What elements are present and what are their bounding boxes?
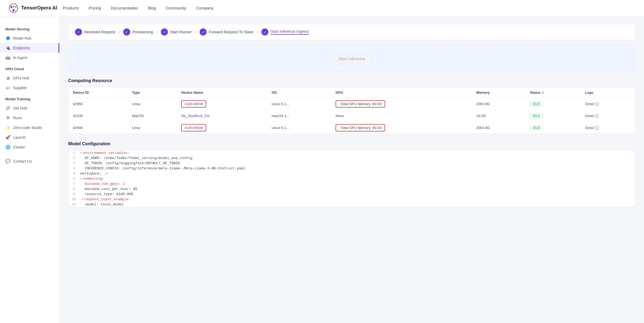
- line-number: 5: [69, 172, 78, 176]
- gpu-value: , Total GPU Memory: 80.0G: [336, 124, 385, 131]
- model-config-code-block: 1▼environment_variables:2 HF_HOME: /home…: [68, 150, 635, 207]
- logo-icon: [9, 3, 18, 13]
- gpu-value: None: [336, 114, 344, 118]
- nav-company[interactable]: Company: [196, 6, 213, 10]
- code-key: minimum_num_gpus:: [85, 182, 121, 186]
- device-name-link[interactable]: A100-80GB: [181, 100, 206, 108]
- model-hub-icon: 🔷: [5, 36, 10, 41]
- device-name-link[interactable]: My_MacBook_Pro: [181, 114, 210, 118]
- code-number: 1: [123, 182, 125, 186]
- detail-link[interactable]: Detail i: [585, 126, 631, 130]
- sidebar-label-job-hub: Job Hub: [13, 106, 27, 110]
- cell-logs[interactable]: Detail i: [581, 122, 635, 134]
- cell-type: Linux: [128, 98, 177, 110]
- code-key: computing:: [83, 177, 104, 181]
- sidebar-item-cluster[interactable]: 🌐 Cluster: [0, 142, 59, 152]
- code-line: 9 resource_type: A100-80G: [69, 192, 635, 197]
- detail-link[interactable]: Detail i: [585, 102, 631, 106]
- cell-status: IDLE: [525, 122, 581, 134]
- collapse-arrow[interactable]: ▼: [82, 198, 83, 201]
- cell-os: Linux-5.1...: [267, 122, 331, 134]
- code-line: 5workspace: ./: [69, 171, 635, 176]
- computing-resource-title: Computing Resource: [68, 78, 635, 83]
- cell-logs[interactable]: Detail i: [581, 98, 635, 110]
- sidebar-item-launch[interactable]: 🚀 Launch: [0, 133, 59, 142]
- table-header-row: Device ID Type Device Name OS GPU Memory…: [69, 87, 635, 98]
- svg-point-1: [10, 6, 12, 8]
- ai-agent-icon: 🤖: [5, 55, 10, 60]
- line-number: 7: [69, 182, 78, 186]
- sidebar-item-ai-agent[interactable]: 🤖 AI Agent: [0, 53, 59, 63]
- start-inference-button[interactable]: Start Inference: [331, 53, 373, 64]
- line-number: 1: [69, 151, 78, 155]
- line-content: HF_TOKEN: config/huggingface/DEFAULT_HF_…: [78, 161, 182, 165]
- collapse-arrow[interactable]: ▼: [80, 152, 82, 155]
- cell-logs[interactable]: Detail i: [581, 110, 635, 122]
- detail-link[interactable]: Detail i: [585, 114, 631, 118]
- sidebar-label-contact: Contact Us: [13, 159, 32, 163]
- cell-device-name: My_MacBook_Pro: [177, 110, 267, 122]
- sidebar-item-zero-code[interactable]: ✨ Zero-code Studio: [0, 123, 59, 133]
- svg-point-4: [13, 6, 14, 7]
- table-row: 31239 MacOS My_MacBook_Pro macOS-1... No…: [69, 110, 635, 122]
- sidebar-label-endpoints: Endpoints: [13, 46, 30, 50]
- line-number: 4: [69, 166, 78, 170]
- nav-pricing[interactable]: Pricing: [89, 6, 101, 10]
- nav-products[interactable]: Products: [63, 6, 79, 10]
- device-name-link[interactable]: A100-80GB: [181, 124, 206, 131]
- line-content: HF_HOME: /home/fedml/fedml_serving/model…: [78, 156, 194, 160]
- sidebar-label-runs: Runs: [13, 116, 22, 120]
- model-config-title: Model Configuration: [68, 141, 635, 146]
- collapse-arrow[interactable]: ▼: [80, 177, 82, 180]
- line-number: 6: [69, 177, 78, 181]
- sidebar-item-job-hub[interactable]: 🔗 Job Hub: [0, 103, 59, 113]
- col-type: Type: [128, 87, 177, 98]
- main-content: ✓ Received Request › ✓ Provisioning › ✓ …: [60, 16, 644, 323]
- cell-os: Linux-5.1...: [267, 98, 331, 110]
- line-number: 11: [69, 202, 79, 206]
- table-row: 42950 Linux A100-80GB Linux-5.1... , Tot…: [69, 98, 635, 110]
- computing-resource-table: Device ID Type Device Name OS GPU Memory…: [68, 87, 635, 134]
- line-content: minimum_num_gpus: 1: [78, 182, 127, 186]
- layout: Model Serving 🔷 Model Hub 🔌 Endpoints 🤖 …: [0, 16, 644, 323]
- line-number: 9: [69, 192, 78, 196]
- line-content: maximum_cost_per_hour: $5: [78, 187, 140, 191]
- step-start-runner: ✓ Start Runner: [161, 28, 191, 35]
- nav-community[interactable]: Community: [166, 6, 186, 10]
- code-line: 8 maximum_cost_per_hour: $5: [69, 186, 635, 192]
- line-number: 10: [69, 197, 79, 201]
- sidebar-item-endpoints[interactable]: 🔌 Endpoints: [0, 43, 59, 53]
- step-received: ✓ Received Request: [75, 28, 115, 35]
- sidebar-item-contact[interactable]: 💬 Contact Us: [0, 156, 59, 166]
- code-key: environment_variables:: [83, 151, 130, 155]
- cell-device-id: 42950: [69, 98, 128, 110]
- sidebar-item-model-hub[interactable]: 🔷 Model Hub: [0, 33, 59, 43]
- cell-status: IDLE: [525, 110, 581, 122]
- sidebar: Model Serving 🔷 Model Hub 🔌 Endpoints 🤖 …: [0, 16, 60, 323]
- nav-blog[interactable]: Blog: [148, 6, 156, 10]
- cell-device-name[interactable]: A100-80GB: [177, 98, 267, 110]
- sidebar-label-gpu-hub: GPU Hub: [13, 76, 29, 80]
- step-arrow-2: ›: [156, 30, 158, 34]
- col-device-name: Device Name: [177, 87, 267, 98]
- line-number: 2: [69, 156, 78, 160]
- nav-documentation[interactable]: Documentation: [111, 6, 138, 10]
- endpoints-icon: 🔌: [5, 46, 10, 50]
- step-check-forward: ✓: [200, 28, 207, 35]
- launch-icon: 🚀: [5, 135, 10, 140]
- code-line: 1▼environment_variables:: [69, 150, 635, 156]
- step-arrow-1: ›: [118, 30, 120, 34]
- cell-device-name[interactable]: A100-80GB: [177, 122, 267, 134]
- top-nav: TensorOpera AI Products Pricing Document…: [0, 0, 644, 16]
- line-content: INFERENCE_CONFIG: config/inference/meta-…: [78, 166, 248, 170]
- cell-gpu: , Total GPU Memory: 80.0G: [331, 98, 472, 110]
- sidebar-item-runs[interactable]: ⚙ Runs: [0, 113, 59, 123]
- col-memory: Memory: [472, 87, 526, 98]
- supplier-icon: 🏷: [5, 85, 10, 90]
- cell-device-id: 31239: [69, 110, 128, 122]
- resource-table-body: 42950 Linux A100-80GB Linux-5.1... , Tot…: [69, 98, 635, 134]
- sidebar-item-gpu-hub[interactable]: 🖥 GPU Hub: [0, 73, 59, 83]
- code-line: 4 INFERENCE_CONFIG: config/inference/met…: [69, 166, 635, 171]
- code-key: request_input_example:: [84, 197, 131, 201]
- sidebar-item-supplier[interactable]: 🏷 Supplier: [0, 83, 59, 93]
